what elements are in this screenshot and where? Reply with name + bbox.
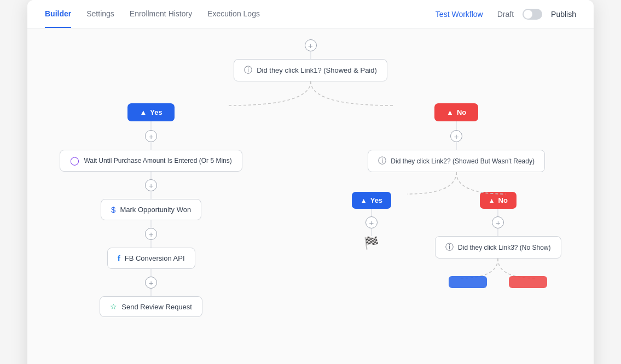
no-button-1[interactable]: ▲ No bbox=[434, 103, 478, 121]
branch-lines-top bbox=[169, 81, 453, 105]
star-icon: ☆ bbox=[110, 302, 117, 311]
add-button-yes-1[interactable]: + bbox=[145, 130, 157, 142]
yes-branch: ▲ Yes + ◯ Wait Until Purchase Amount Is … bbox=[60, 103, 242, 317]
add-button-after-wait[interactable]: + bbox=[145, 179, 157, 191]
yes-button-3-partial bbox=[449, 276, 487, 288]
add-button-yes-2[interactable]: + bbox=[365, 216, 378, 228]
tab-settings[interactable]: Settings bbox=[86, 0, 114, 28]
yes-no-2-row: ▲ Yes + 🏁 ▲ No bbox=[352, 192, 561, 288]
yes-button-2[interactable]: ▲ Yes bbox=[352, 192, 391, 209]
add-button-no-2[interactable]: + bbox=[492, 216, 504, 228]
workflow-diagram: + ⓘ Did they click Link1? (Showed & Paid… bbox=[27, 35, 594, 363]
condition-node-2[interactable]: ⓘ Did they click Link2? (Showed But Wasn… bbox=[368, 150, 545, 172]
facebook-icon: f bbox=[118, 254, 120, 263]
question-icon-3: ⓘ bbox=[445, 242, 454, 253]
yes-no-branch-row: ▲ Yes + ◯ Wait Until Purchase Amount Is … bbox=[27, 103, 594, 317]
app-window: Builder Settings Enrollment History Exec… bbox=[27, 0, 594, 364]
dollar-icon: $ bbox=[111, 205, 115, 214]
yes-branch-2: ▲ Yes + 🏁 bbox=[352, 192, 391, 250]
question-icon-2: ⓘ bbox=[378, 156, 386, 166]
publish-label: Publish bbox=[551, 10, 576, 19]
yes-button-1[interactable]: ▲ Yes bbox=[127, 103, 174, 121]
condition-node-3[interactable]: ⓘ Did they click Link3? (No Show) bbox=[435, 236, 561, 259]
draft-label: Draft bbox=[497, 10, 514, 19]
no-button-3-partial bbox=[509, 276, 547, 288]
add-button-no-1[interactable]: + bbox=[450, 130, 462, 142]
no-button-2[interactable]: ▲ No bbox=[480, 192, 516, 209]
finish-flag-icon: 🏁 bbox=[364, 236, 379, 250]
tab-builder[interactable]: Builder bbox=[45, 0, 71, 28]
add-button-top[interactable]: + bbox=[305, 39, 317, 51]
clock-icon: ◯ bbox=[70, 156, 79, 166]
wait-node[interactable]: ◯ Wait Until Purchase Amount Is Entered … bbox=[60, 150, 242, 172]
tab-enrollment-history[interactable]: Enrollment History bbox=[130, 0, 192, 28]
branch-lines-2 bbox=[374, 172, 538, 194]
test-workflow-button[interactable]: Test Workflow bbox=[430, 7, 489, 22]
nav-tabs: Builder Settings Enrollment History Exec… bbox=[45, 0, 260, 28]
nav-bar: Builder Settings Enrollment History Exec… bbox=[27, 0, 594, 28]
fb-conversion-node[interactable]: f FB Conversion API bbox=[107, 248, 195, 269]
question-icon: ⓘ bbox=[244, 65, 252, 75]
add-button-after-fb[interactable]: + bbox=[145, 277, 157, 289]
send-review-node[interactable]: ☆ Send Review Request bbox=[100, 296, 202, 317]
workflow-canvas: + ⓘ Did they click Link1? (Showed & Paid… bbox=[27, 28, 594, 364]
condition-node-1[interactable]: ⓘ Did they click Link1? (Showed & Paid) bbox=[234, 59, 387, 81]
add-button-after-mark[interactable]: + bbox=[145, 228, 157, 240]
no-branch: ▲ No + ⓘ Did they click Link2? (Showed B… bbox=[352, 103, 561, 288]
toggle-knob bbox=[524, 10, 532, 19]
nav-right: Test Workflow Draft Publish bbox=[430, 7, 576, 22]
tab-execution-logs[interactable]: Execution Logs bbox=[207, 0, 260, 28]
branch-lines-3 bbox=[438, 259, 558, 278]
mark-opportunity-node[interactable]: $ Mark Opportunity Won bbox=[101, 199, 201, 220]
draft-publish-toggle[interactable] bbox=[523, 9, 542, 20]
no-branch-2: ▲ No + ⓘ Did they click Link3? (No Show) bbox=[435, 192, 561, 288]
